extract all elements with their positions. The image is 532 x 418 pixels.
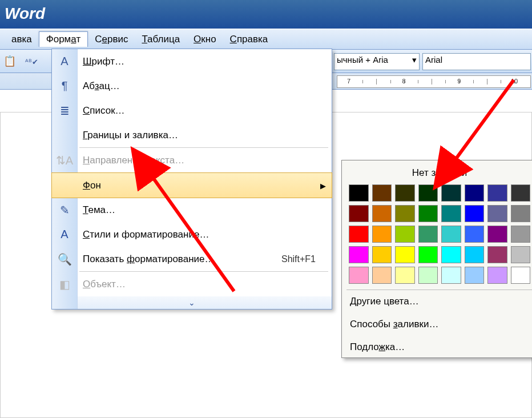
color-swatch[interactable] [487, 205, 507, 222]
expand-menu-icon[interactable]: ⌄ [52, 296, 332, 309]
color-swatch[interactable] [441, 184, 461, 202]
color-swatch[interactable] [372, 184, 392, 202]
fill-methods-button[interactable]: Способы заливки… [345, 313, 532, 336]
color-swatch[interactable] [511, 267, 531, 284]
color-swatch[interactable] [441, 226, 461, 243]
color-swatch[interactable] [511, 226, 531, 243]
menubar: авка Формат Сервис Таблица Окно Справка [0, 29, 532, 50]
color-swatch[interactable] [349, 184, 369, 202]
titlebar: Word [0, 0, 532, 29]
color-swatch[interactable] [441, 246, 461, 263]
menu-label: Шрифт… [77, 56, 332, 67]
color-swatch[interactable] [372, 246, 392, 263]
menu-label: Тема… [77, 204, 332, 216]
menu-item-9[interactable]: AСтили и форматирование… [52, 222, 332, 247]
menu-icon: ¶ [52, 79, 77, 93]
color-swatch[interactable] [487, 246, 507, 263]
app-title: Word [5, 5, 45, 22]
menu-item-5: ⇅AНаправление текста… [52, 148, 332, 172]
menu-icon: 🔍 [52, 252, 77, 266]
more-colors-button[interactable]: Другие цвета… [345, 290, 532, 313]
menu-shortcut: Shift+F1 [281, 254, 332, 264]
menu-insert-partial[interactable]: авка [5, 32, 39, 47]
color-swatch[interactable] [465, 267, 485, 284]
menu-label: Абзац… [77, 81, 332, 92]
color-swatch[interactable] [349, 246, 369, 263]
color-swatch[interactable] [418, 226, 438, 243]
color-swatch[interactable] [418, 205, 438, 222]
color-swatch[interactable] [395, 205, 415, 222]
color-swatch[interactable] [511, 246, 531, 263]
color-swatch[interactable] [372, 226, 392, 243]
color-swatch[interactable] [418, 184, 438, 202]
color-swatch[interactable] [465, 226, 485, 243]
menu-label: Границы и заливка… [77, 130, 332, 141]
style-combo[interactable]: ычный + Aria▾ [334, 53, 420, 70]
color-swatch[interactable] [349, 226, 369, 243]
menu-window[interactable]: Окно [187, 32, 223, 47]
menu-help[interactable]: Справка [223, 32, 275, 47]
menu-label: Список… [77, 105, 332, 116]
menu-item-7[interactable]: Фон▶ [51, 172, 332, 198]
submenu-arrow-icon: ▶ [320, 181, 326, 190]
color-swatch[interactable] [395, 184, 415, 202]
menu-icon: A [52, 55, 77, 68]
menu-label: Фон [77, 180, 332, 191]
menu-item-0[interactable]: AШрифт… [52, 49, 332, 74]
no-fill-button[interactable]: Нет заливки [345, 164, 532, 184]
color-swatch[interactable] [418, 267, 438, 284]
menu-label: Стили и форматирование… [77, 229, 332, 240]
color-swatch[interactable] [349, 267, 369, 284]
menu-item-1[interactable]: ¶Абзац… [52, 74, 332, 98]
color-swatch[interactable] [395, 226, 415, 243]
clipboard-icon[interactable]: 📋 [1, 53, 18, 70]
color-swatch[interactable] [418, 246, 438, 263]
menu-item-12: ◧Объект… [52, 272, 332, 296]
color-swatch[interactable] [441, 267, 461, 284]
font-combo[interactable]: Arial [422, 53, 531, 70]
color-swatch[interactable] [395, 267, 415, 284]
color-swatch[interactable] [372, 267, 392, 284]
menu-icon: ◧ [52, 278, 77, 291]
spellcheck-icon[interactable]: ᴬᴮ✔ [23, 54, 40, 71]
color-swatch[interactable] [465, 205, 485, 222]
format-dropdown: AШрифт…¶Абзац…≣Список…Границы и заливка…… [51, 49, 332, 310]
menu-icon: ⇅A [52, 154, 77, 167]
color-swatch[interactable] [395, 246, 415, 263]
menu-item-2[interactable]: ≣Список… [52, 98, 332, 123]
menu-label: Объект… [77, 279, 332, 290]
menu-icon: A [52, 228, 77, 241]
menu-icon: ✎ [52, 203, 77, 217]
horizontal-ruler[interactable]: 78910 [337, 75, 531, 88]
color-swatch[interactable] [441, 205, 461, 222]
color-swatch[interactable] [511, 184, 531, 202]
menu-service[interactable]: Сервис [88, 32, 135, 47]
menu-item-8[interactable]: ✎Тема… [52, 198, 332, 222]
color-swatch[interactable] [349, 205, 369, 222]
menu-item-10[interactable]: 🔍Показать форматирование…Shift+F1 [52, 247, 332, 271]
color-swatch[interactable] [465, 246, 485, 263]
dropdown-arrow-icon[interactable]: ▾ [412, 55, 417, 65]
menu-label: Направление текста… [77, 155, 332, 166]
menu-item-3[interactable]: Границы и заливка… [52, 123, 332, 147]
color-swatch[interactable] [487, 226, 507, 243]
watermark-button[interactable]: Подложка… [345, 336, 532, 356]
color-swatch[interactable] [511, 205, 531, 222]
menu-icon: ≣ [52, 104, 77, 118]
color-swatch[interactable] [487, 267, 507, 284]
color-swatch[interactable] [465, 184, 485, 202]
color-swatch[interactable] [372, 205, 392, 222]
background-submenu: Нет заливки Другие цвета… Способы заливк… [341, 160, 532, 358]
color-swatch[interactable] [487, 184, 507, 202]
menu-table[interactable]: Таблица [135, 32, 187, 47]
menu-label: Показать форматирование… [77, 254, 281, 265]
menu-format[interactable]: Формат [39, 31, 88, 47]
